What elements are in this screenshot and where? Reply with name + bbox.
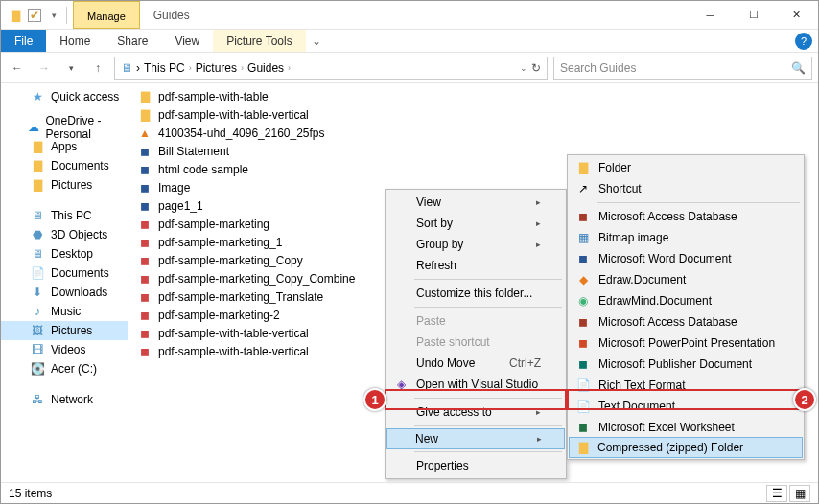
navigation-pane: ★Quick access ☁OneDrive - Personal ▇Apps…: [1, 83, 128, 482]
new-access-2[interactable]: ◼Microsoft Access Database: [570, 311, 802, 332]
tab-share[interactable]: Share: [104, 30, 161, 52]
sidebar-desktop[interactable]: 🖥Desktop: [1, 244, 128, 263]
sidebar-onedrive-documents[interactable]: ▇Documents: [1, 156, 128, 175]
tab-picture-tools[interactable]: Picture Tools: [213, 30, 305, 52]
file-name: pdf-sample-with-table-vertical: [158, 108, 309, 122]
edraw-icon: ◆: [575, 272, 591, 287]
ctx-refresh[interactable]: Refresh: [387, 255, 564, 276]
pdf-icon: ◼: [137, 271, 152, 286]
new-text[interactable]: 📄Text Document: [570, 396, 802, 417]
context-menu: View▸ Sort by▸ Group by▸ Refresh Customi…: [385, 189, 567, 479]
crumb-pictures[interactable]: Pictures›: [196, 61, 244, 75]
new-edrawmind[interactable]: ◉EdrawMind.Document: [570, 290, 802, 311]
help-button[interactable]: ?: [795, 33, 812, 50]
pc-icon: 🖥: [30, 208, 45, 223]
back-button[interactable]: ←: [7, 57, 28, 79]
sidebar-downloads[interactable]: ⬇Downloads: [1, 283, 128, 302]
pdf-icon: ◼: [137, 253, 152, 268]
folder-icon: ▇: [137, 89, 152, 104]
folder-icon: ▇: [137, 107, 152, 123]
file-name: pdf-sample-with-table-vertical: [158, 327, 309, 340]
history-dropdown[interactable]: ▾: [60, 57, 82, 79]
annotation-marker-2: 2: [793, 388, 816, 411]
pdf-icon: ◼: [137, 289, 152, 305]
ctx-sort-by[interactable]: Sort by▸: [387, 213, 564, 234]
folder-icon: ▇: [7, 7, 24, 24]
ctx-new[interactable]: New▸: [386, 428, 565, 449]
breadcrumb-box[interactable]: 🖥 › This PC› Pictures› Guides› ⌄ ↻: [114, 57, 548, 80]
file-item[interactable]: ▲4100354-uhd_4096_2160_25fps: [128, 124, 818, 142]
contextual-tab[interactable]: Manage: [73, 1, 140, 29]
doc-icon: ◼: [137, 144, 152, 159]
status-item-count: 15 items: [9, 487, 52, 500]
search-icon[interactable]: 🔍: [791, 61, 806, 75]
ctx-properties[interactable]: Properties: [387, 455, 564, 476]
thumbnails-view-button[interactable]: ▦: [789, 485, 810, 502]
up-button[interactable]: ↑: [87, 57, 108, 79]
pdf-icon: ◼: [137, 217, 152, 232]
sidebar-quick-access[interactable]: ★Quick access: [1, 87, 128, 106]
ctx-undo[interactable]: Undo MoveCtrl+Z: [387, 353, 564, 374]
refresh-icon[interactable]: ↻: [531, 61, 541, 75]
new-edraw[interactable]: ◆Edraw.Document: [570, 269, 802, 290]
access-icon: ◼: [575, 209, 591, 224]
dropdown-icon[interactable]: ⌄: [520, 63, 527, 73]
expand-ribbon-icon[interactable]: ⌄: [306, 34, 327, 48]
maximize-button[interactable]: ☐: [732, 1, 775, 29]
checkbox-icon[interactable]: ✔: [28, 9, 41, 22]
new-publisher[interactable]: ◼Microsoft Publisher Document: [570, 354, 802, 375]
sidebar-onedrive[interactable]: ☁OneDrive - Personal: [1, 118, 128, 137]
publisher-icon: ◼: [575, 356, 591, 372]
new-zip[interactable]: ▇Compressed (zipped) Folder: [569, 437, 803, 458]
3d-icon: ⬣: [30, 227, 45, 242]
ctx-open-visual-studio[interactable]: ◈Open with Visual Studio: [387, 374, 564, 395]
search-box[interactable]: Search Guides 🔍: [553, 57, 812, 80]
new-folder[interactable]: ▇Folder: [570, 157, 802, 178]
file-item[interactable]: ▇pdf-sample-with-table: [128, 87, 818, 105]
sidebar-network[interactable]: 🖧Network: [1, 390, 128, 409]
file-name: pdf-sample-marketing_1: [158, 236, 282, 249]
sidebar-this-pc[interactable]: 🖥This PC: [1, 206, 128, 225]
bitmap-icon: ▦: [575, 230, 591, 245]
details-view-button[interactable]: ☰: [766, 485, 787, 502]
sidebar-music[interactable]: ♪Music: [1, 302, 128, 321]
crumb-this-pc[interactable]: This PC›: [144, 61, 192, 75]
file-name: pdf-sample-marketing_Translate: [158, 290, 323, 304]
close-button[interactable]: ✕: [775, 1, 818, 29]
new-bitmap[interactable]: ▦Bitmap image: [570, 227, 802, 248]
documents-icon: 📄: [30, 265, 45, 281]
sidebar-pictures[interactable]: 🖼Pictures: [1, 321, 128, 340]
sidebar-documents[interactable]: 📄Documents: [1, 263, 128, 283]
sidebar-drive-c[interactable]: 💽Acer (C:): [1, 359, 128, 378]
new-word[interactable]: ◼Microsoft Word Document: [570, 248, 802, 269]
tab-view[interactable]: View: [161, 30, 213, 52]
tab-home[interactable]: Home: [46, 30, 104, 52]
ctx-give-access[interactable]: Give access to▸: [387, 401, 564, 423]
ctx-group-by[interactable]: Group by▸: [387, 234, 564, 255]
folder-icon: ▇: [575, 160, 591, 175]
sidebar-videos[interactable]: 🎞Videos: [1, 340, 128, 359]
edrawmind-icon: ◉: [575, 293, 591, 309]
title-bar: ▇ ✔ ▾ Manage Guides ─ ☐ ✕: [1, 1, 818, 30]
sidebar-3d-objects[interactable]: ⬣3D Objects: [1, 225, 128, 244]
file-name: page1_1: [158, 199, 203, 213]
file-item[interactable]: ▇pdf-sample-with-table-vertical: [128, 105, 818, 124]
new-rtf[interactable]: 📄Rich Text Format: [570, 375, 802, 396]
forward-button[interactable]: →: [34, 57, 55, 79]
new-shortcut[interactable]: ↗Shortcut: [570, 178, 802, 199]
ctx-customize[interactable]: Customize this folder...: [387, 283, 564, 304]
new-excel[interactable]: ◼Microsoft Excel Worksheet: [570, 417, 802, 438]
pdf-icon: ◼: [137, 235, 152, 250]
sidebar-onedrive-pictures[interactable]: ▇Pictures: [1, 175, 128, 195]
minimize-button[interactable]: ─: [689, 1, 732, 29]
dropdown-icon[interactable]: ▾: [45, 7, 62, 24]
new-access[interactable]: ◼Microsoft Access Database: [570, 206, 802, 227]
crumb-guides[interactable]: Guides›: [247, 61, 291, 75]
pc-icon: 🖥: [121, 61, 132, 75]
chevron-right-icon[interactable]: ›: [136, 61, 140, 75]
new-powerpoint[interactable]: ◼Microsoft PowerPoint Presentation: [570, 332, 802, 354]
ctx-view[interactable]: View▸: [387, 192, 564, 213]
downloads-icon: ⬇: [30, 285, 45, 300]
doc-icon: ◼: [137, 180, 152, 195]
tab-file[interactable]: File: [1, 30, 46, 52]
